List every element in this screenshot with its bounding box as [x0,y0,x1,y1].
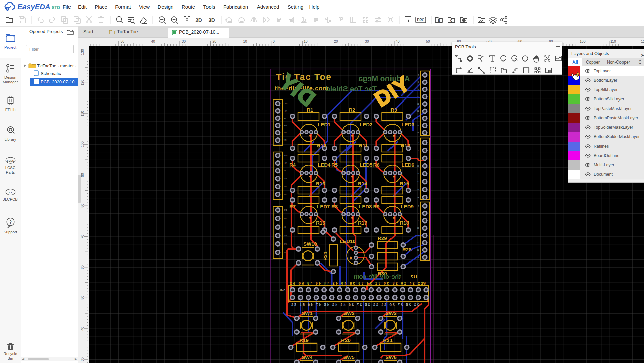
svg-text:Manager: Manager [3,80,18,84]
svg-text:EELib: EELib [5,108,16,112]
svg-text:G: G [450,19,452,22]
svg-text:30: 30 [80,357,84,361]
svg-text:-20: -20 [211,39,216,43]
svg-text:R8: R8 [331,204,338,209]
svg-text:-40: -40 [150,39,155,43]
svg-text:7: 7 [418,142,419,144]
svg-text:GND: GND [280,289,285,291]
svg-text:PCB_2020-07-10_: PCB_2020-07-10_ [41,79,77,84]
svg-text:3D: 3D [208,17,215,23]
svg-text:15: 15 [417,132,419,134]
svg-text:12: 12 [417,110,419,112]
svg-text:RST: RST [284,235,287,237]
svg-text:12: 12 [417,242,419,244]
svg-text:+5V: +5V [284,217,287,219]
svg-text:JLCPCB: JLCPCB [3,197,18,201]
svg-text:3V3: 3V3 [284,186,287,188]
svg-text:R19: R19 [299,337,309,343]
svg-text:11: 11 [417,173,419,175]
svg-text:SW6: SW6 [385,354,397,360]
svg-text:100: 100 [80,141,84,147]
svg-text:B: B [438,19,440,22]
svg-text:80: 80 [80,204,84,208]
svg-text:13: 13 [417,249,419,251]
svg-text:130: 130 [80,49,84,55]
svg-text:110: 110 [80,111,84,116]
svg-text:LED3: LED3 [402,122,414,127]
svg-text:SW1: SW1 [302,310,313,316]
svg-text:-50: -50 [119,39,124,43]
svg-text:Project: Project [4,45,17,49]
svg-text:EasyEDA: EasyEDA [17,3,50,11]
svg-text:Library: Library [4,137,16,142]
svg-text:SW4: SW4 [302,354,313,360]
svg-text:RST: RST [284,178,287,180]
svg-text:LED8: LED8 [359,204,372,209]
svg-text:120: 120 [80,80,84,86]
svg-text:10: 10 [304,39,308,43]
svg-text:+5V: +5V [284,162,287,164]
svg-text:JLC: JLC [8,191,13,194]
svg-text:Tac Toe Shield: Tac Toe Shield [326,85,377,93]
svg-text:3V3: 3V3 [284,243,287,245]
svg-text:LED7: LED7 [317,204,330,209]
svg-text:R14: R14 [358,180,367,186]
svg-text:R13: R13 [316,180,325,186]
svg-text:R6: R6 [373,162,380,168]
svg-text:R5: R5 [331,162,338,168]
svg-text:A8: A8 [284,170,286,172]
svg-text:SW5: SW5 [343,354,355,360]
svg-text:20: 20 [334,39,338,43]
svg-text:R9: R9 [373,204,380,209]
svg-text:7: 7 [418,205,419,207]
svg-text:Bin: Bin [8,356,13,360]
svg-text:SW2: SW2 [343,310,355,316]
svg-text:LED4: LED4 [318,162,331,168]
svg-text:SW10: SW10 [303,241,317,247]
svg-text:+5V: +5V [284,110,287,112]
svg-text:60: 60 [80,265,84,269]
svg-text:8: 8 [418,149,419,151]
svg-text:LCSC: LCSC [5,166,16,170]
svg-text:-30: -30 [181,39,186,43]
svg-text:U2: U2 [411,274,417,279]
svg-text:12: 12 [417,180,419,183]
svg-text:R17: R17 [358,220,367,226]
svg-text:90: 90 [80,173,84,177]
svg-text:120: 120 [641,39,644,43]
svg-text:VIN: VIN [284,193,287,195]
svg-text:R12: R12 [401,143,410,148]
svg-text:14: 14 [417,196,419,198]
svg-text:0: 0 [273,39,275,43]
svg-text:R11: R11 [359,143,368,148]
svg-text:Support: Support [4,230,17,234]
svg-text:50: 50 [80,296,84,300]
svg-text:R10: R10 [317,143,326,148]
svg-text:14: 14 [417,125,419,127]
svg-text:R15: R15 [400,180,409,186]
svg-text:A8: A8 [284,117,286,119]
svg-text:LCSC: LCSC [7,159,14,162]
svg-text:R18: R18 [400,220,409,226]
svg-text:13: 13 [417,189,419,191]
svg-text:RST: RST [284,124,287,126]
svg-text:?: ? [9,220,12,225]
svg-text:STD: STD [52,5,60,10]
svg-text:A8: A8 [284,226,286,228]
svg-text:Design: Design [4,75,16,79]
svg-text:R20: R20 [341,337,351,343]
svg-text:100: 100 [580,39,586,43]
svg-text:5V: 5V [422,282,426,285]
svg-text:R29: R29 [378,235,387,241]
svg-text:GND: GND [284,209,288,211]
svg-text:Parts: Parts [6,170,15,174]
svg-text:R31: R31 [322,251,328,261]
svg-text:R3: R3 [390,107,397,113]
svg-text:VIN: VIN [284,139,287,141]
svg-text:8: 8 [418,212,419,214]
svg-text:R16: R16 [316,220,325,226]
svg-text:10: 10 [417,165,419,167]
svg-text:40: 40 [396,39,400,43]
svg-text:LED10: LED10 [340,238,356,244]
svg-text:50: 50 [426,39,430,43]
